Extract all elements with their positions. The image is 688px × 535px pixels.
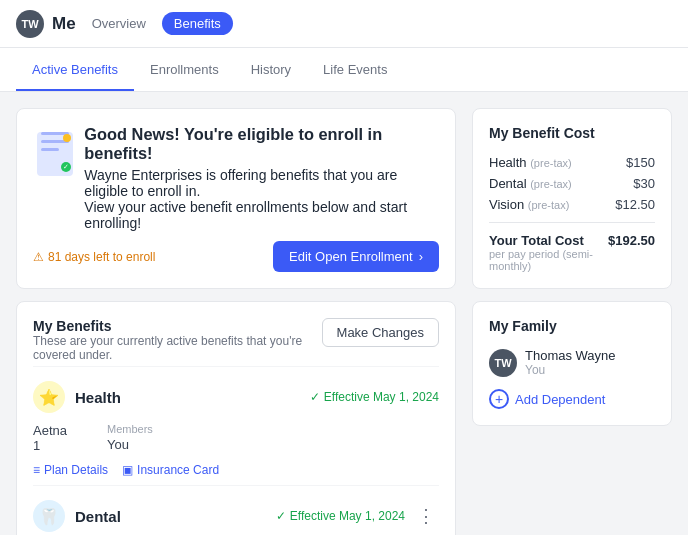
health-effective-date: ✓ Effective May 1, 2024 <box>310 390 439 404</box>
family-member-avatar: TW <box>489 349 517 377</box>
tab-bar: Active Benefits Enrollments History Life… <box>0 48 688 92</box>
dental-cost-amount: $30 <box>633 176 655 191</box>
family-member-name: Thomas Wayne <box>525 348 616 363</box>
dental-date-text: Effective May 1, 2024 <box>290 509 405 523</box>
benefit-health-left: ⭐ Health <box>33 381 121 413</box>
vision-pretax: (pre-tax) <box>528 199 570 211</box>
nav-name: Me <box>52 14 76 34</box>
enrollment-banner: ✓ Good News! You're eligible to enroll i… <box>16 108 456 289</box>
my-family-card: My Family TW Thomas Wayne You + Add Depe… <box>472 301 672 426</box>
vision-cost-row: Vision (pre-tax) $12.50 <box>489 197 655 212</box>
edit-enrollment-label: Edit Open Enrollment <box>289 249 413 264</box>
health-member-count: 1 <box>33 438 67 453</box>
health-icon: ⭐ <box>33 381 65 413</box>
my-benefits-header: My Benefits These are your currently act… <box>33 318 439 362</box>
top-nav: TW Me Overview Benefits <box>0 0 688 48</box>
health-members-label: Members <box>107 423 153 435</box>
avatar: TW <box>16 10 44 38</box>
family-member-info: Thomas Wayne You <box>525 348 616 377</box>
my-benefits-card: My Benefits These are your currently act… <box>16 301 456 535</box>
banner-headline: Good News! You're eligible to enroll in … <box>84 125 439 163</box>
benefit-item-dental: 🦷 Dental ✓ Effective May 1, 2024 ⋮ Beam … <box>33 485 439 535</box>
add-dependent-label: Add Dependent <box>515 392 605 407</box>
tab-enrollments[interactable]: Enrollments <box>134 48 235 91</box>
days-left: ⚠ 81 days left to enroll <box>33 250 155 264</box>
dental-name: Dental <box>75 508 121 525</box>
tab-active-benefits[interactable]: Active Benefits <box>16 48 134 91</box>
health-links: ≡ Plan Details ▣ Insurance Card <box>33 463 439 477</box>
health-date-text: Effective May 1, 2024 <box>324 390 439 404</box>
dental-cost-label: Dental (pre-tax) <box>489 176 572 191</box>
warning-icon: ⚠ <box>33 250 44 264</box>
doc-check: ✓ <box>61 162 71 172</box>
make-changes-button[interactable]: Make Changes <box>322 318 439 347</box>
add-dependent-button[interactable]: + Add Dependent <box>489 389 605 409</box>
left-column: ✓ Good News! You're eligible to enroll i… <box>16 108 456 535</box>
health-provider-col: Aetna 1 <box>33 423 67 453</box>
days-left-text: 81 days left to enroll <box>48 250 155 264</box>
doc-line-3 <box>41 148 59 151</box>
dental-more-button[interactable]: ⋮ <box>413 503 439 529</box>
total-label-area: Your Total Cost per pay period (semi-mon… <box>489 233 608 272</box>
benefit-dental-header: 🦷 Dental ✓ Effective May 1, 2024 ⋮ <box>33 500 439 532</box>
vision-cost-label: Vision (pre-tax) <box>489 197 569 212</box>
dental-effective-date: ✓ Effective May 1, 2024 <box>276 509 405 523</box>
chevron-right-icon: › <box>419 249 423 264</box>
banner-line1: Wayne Enterprises is offering benefits t… <box>84 167 439 199</box>
card-icon: ▣ <box>122 463 133 477</box>
right-column: My Benefit Cost Health (pre-tax) $150 De… <box>472 108 672 535</box>
total-cost-label: Your Total Cost <box>489 233 608 248</box>
health-cost-row: Health (pre-tax) $150 <box>489 155 655 170</box>
doc-shape: ✓ <box>37 132 73 176</box>
total-cost-row: Your Total Cost per pay period (semi-mon… <box>489 233 655 272</box>
health-cost-label: Health (pre-tax) <box>489 155 572 170</box>
banner-illustration: ✓ <box>33 125 72 173</box>
banner-content: Good News! You're eligible to enroll in … <box>84 125 439 231</box>
my-benefits-title: My Benefits <box>33 318 322 334</box>
dental-check-icon: ✓ <box>276 509 286 523</box>
health-insurance-card-label: Insurance Card <box>137 463 219 477</box>
check-icon: ✓ <box>310 390 320 404</box>
list-icon: ≡ <box>33 463 40 477</box>
health-name: Health <box>75 389 121 406</box>
nav-link-benefits[interactable]: Benefits <box>162 12 233 35</box>
health-plan-details-label: Plan Details <box>44 463 108 477</box>
dental-header-right: ✓ Effective May 1, 2024 ⋮ <box>276 503 439 529</box>
benefit-dental-left: 🦷 Dental <box>33 500 121 532</box>
dental-icon: 🦷 <box>33 500 65 532</box>
tab-history[interactable]: History <box>235 48 307 91</box>
my-family-title: My Family <box>489 318 655 334</box>
family-member-row: TW Thomas Wayne You <box>489 348 655 377</box>
edit-enrollment-button[interactable]: Edit Open Enrollment › <box>273 241 439 272</box>
health-insurance-card-link[interactable]: ▣ Insurance Card <box>122 463 219 477</box>
my-benefits-title-area: My Benefits These are your currently act… <box>33 318 322 362</box>
total-cost-amount: $192.50 <box>608 233 655 248</box>
nav-link-overview[interactable]: Overview <box>92 12 146 35</box>
tab-life-events[interactable]: Life Events <box>307 48 403 91</box>
health-plan-details-link[interactable]: ≡ Plan Details <box>33 463 108 477</box>
health-provider: Aetna <box>33 423 67 438</box>
benefit-item-health: ⭐ Health ✓ Effective May 1, 2024 Aetna 1… <box>33 366 439 485</box>
benefit-cost-title: My Benefit Cost <box>489 125 655 141</box>
add-icon: + <box>489 389 509 409</box>
my-benefits-subtitle: These are your currently active benefits… <box>33 334 322 362</box>
health-members-col: Members You <box>107 423 153 453</box>
health-cost-amount: $150 <box>626 155 655 170</box>
vision-cost-amount: $12.50 <box>615 197 655 212</box>
benefit-cost-card: My Benefit Cost Health (pre-tax) $150 De… <box>472 108 672 289</box>
banner-footer: ⚠ 81 days left to enroll Edit Open Enrol… <box>33 241 439 272</box>
total-cost-sub: per pay period (semi-monthly) <box>489 248 608 272</box>
health-members-value: You <box>107 437 153 452</box>
doc-dot <box>63 134 71 142</box>
dental-cost-row: Dental (pre-tax) $30 <box>489 176 655 191</box>
health-details-row: Aetna 1 Members You <box>33 423 439 453</box>
cost-divider <box>489 222 655 223</box>
main-area: ✓ Good News! You're eligible to enroll i… <box>0 92 688 535</box>
benefit-health-header: ⭐ Health ✓ Effective May 1, 2024 <box>33 381 439 413</box>
dental-pretax: (pre-tax) <box>530 178 572 190</box>
banner-line2: View your active benefit enrollments bel… <box>84 199 439 231</box>
family-member-relation: You <box>525 363 616 377</box>
health-pretax: (pre-tax) <box>530 157 572 169</box>
